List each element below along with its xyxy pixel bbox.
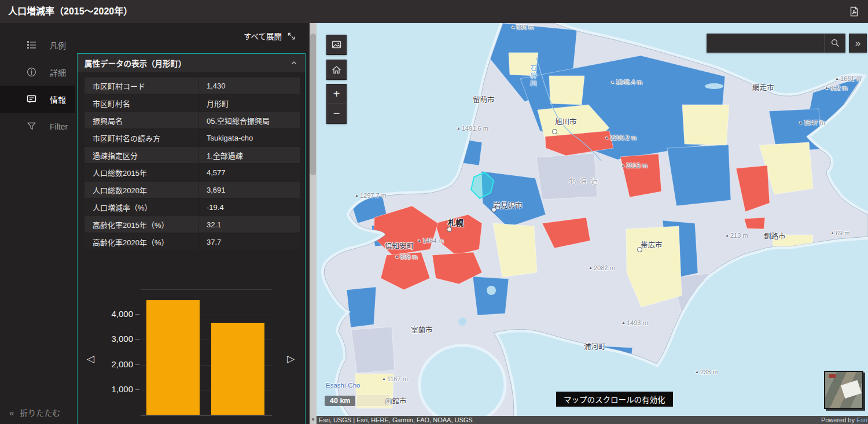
map-city-label: 留萌市 bbox=[473, 94, 495, 105]
attribute-table: 市区町村コード1,430市区町村名月形町振興局名05.空知総合振興局市区町村名の… bbox=[78, 72, 305, 250]
attribute-row: 市区町村名の読み方Tsukigata-cho bbox=[84, 130, 300, 146]
map-elevation-label: ▲2082 m bbox=[589, 264, 615, 271]
panel-scrollbar[interactable]: ▼ bbox=[310, 23, 317, 424]
map-elevation-label: ▲1491.6 m bbox=[457, 125, 488, 132]
map-elevation-label: ▲1547 m bbox=[799, 119, 825, 126]
expand-all-button[interactable]: すべて展開 bbox=[75, 23, 310, 49]
attribution-text: Esri, USGS | Esri, HERE, Garmin, FAO, NO… bbox=[317, 416, 821, 423]
search-input[interactable] bbox=[707, 34, 824, 53]
app-body: 凡例詳細情報Filter «折りたたむ すべて展開 属性データの表示（月形町） … bbox=[0, 23, 868, 424]
chart-next-arrow[interactable]: ▷ bbox=[287, 353, 295, 365]
attribute-value: 1.全部過疎 bbox=[198, 147, 300, 163]
page-title: 人口増減率（2015〜2020年） bbox=[8, 0, 133, 23]
map-city-label: 浦河町 bbox=[584, 341, 606, 352]
attribute-label: 高齢化率2015年（%） bbox=[84, 219, 198, 230]
sidebar-item-1[interactable]: 凡例 bbox=[0, 31, 75, 58]
map-city-label: 旭川市 bbox=[555, 116, 577, 127]
city-marker bbox=[491, 207, 496, 212]
pdf-export-button[interactable] bbox=[846, 3, 862, 20]
attribute-label: 市区町村名 bbox=[84, 98, 198, 109]
filter-icon bbox=[26, 121, 37, 132]
expand-all-label: すべて展開 bbox=[244, 30, 282, 42]
map-city-label: 帯広市 bbox=[641, 239, 663, 250]
sidebar-item-3[interactable]: 情報 bbox=[0, 86, 75, 113]
map-elevation-label: ▲2013 m bbox=[621, 162, 648, 169]
info-panel: すべて展開 属性データの表示（月形町） 市区町村コード1,430市区町村名月形町… bbox=[75, 23, 310, 424]
scale-bar-segment bbox=[356, 394, 390, 407]
thumbnail-detail bbox=[841, 380, 862, 399]
attribute-label: 人口増減率（%） bbox=[84, 202, 198, 213]
attribute-label: 高齢化率2020年（%） bbox=[84, 237, 198, 248]
powered-by: Powered by Esri bbox=[821, 416, 868, 423]
map-search bbox=[707, 34, 845, 53]
attribute-row: 人口総数2020年3,691 bbox=[84, 182, 300, 198]
city-marker bbox=[447, 227, 452, 232]
hokkaido-choropleth-map bbox=[317, 23, 868, 424]
sidebar-item-label: Filter bbox=[50, 122, 68, 131]
population-bar-chart: ◁ ▷ 1,0002,0003,0004,000 bbox=[78, 281, 305, 424]
sidebar-item-label: 詳細 bbox=[50, 67, 66, 78]
widget-expand-button[interactable]: » bbox=[849, 34, 867, 53]
attribute-label: 市区町村名の読み方 bbox=[84, 132, 198, 143]
sidebar-collapse-button[interactable]: «折りたたむ bbox=[9, 407, 60, 418]
summit-marker-icon: ▲ bbox=[382, 377, 386, 381]
search-button[interactable] bbox=[824, 34, 845, 53]
search-icon bbox=[830, 38, 840, 48]
pdf-icon bbox=[848, 6, 860, 17]
map-elevation-label: ▲238 m bbox=[695, 368, 718, 375]
uchiura-bay bbox=[420, 345, 505, 424]
map-elevation-label: ▲898 m bbox=[395, 253, 418, 260]
zoom-control: + − bbox=[326, 84, 347, 124]
map-city-label: 網走市 bbox=[752, 82, 774, 93]
details-icon bbox=[26, 67, 37, 78]
sidebar-item-4[interactable]: Filter bbox=[0, 113, 75, 140]
attribute-row: 市区町村コード1,430 bbox=[84, 78, 300, 94]
esri-link[interactable]: Esri bbox=[856, 416, 867, 423]
attribute-value: 月形町 bbox=[198, 95, 300, 111]
summit-marker-icon: ▲ bbox=[355, 193, 359, 197]
map-river-label: 石狩川 bbox=[528, 65, 538, 87]
map-city-label: 岩見沢市 bbox=[494, 200, 523, 211]
chart-tick bbox=[135, 389, 139, 390]
map-elevation-label: ▲652 m bbox=[825, 84, 848, 91]
map-elevation-label: ▲1297.7 m bbox=[355, 192, 387, 199]
chevron-up-icon bbox=[290, 60, 298, 66]
attribute-card: 属性データの表示（月形町） 市区町村コード1,430市区町村名月形町振興局名05… bbox=[77, 53, 306, 424]
attribute-value: 37.7 bbox=[198, 234, 300, 250]
chart-tick-label: 2,000 bbox=[78, 359, 133, 369]
sidebar-item-label: 凡例 bbox=[50, 39, 66, 51]
attribute-row: 人口総数2015年4,577 bbox=[84, 164, 300, 180]
attribute-card-header[interactable]: 属性データの表示（月形町） bbox=[78, 54, 305, 72]
zoom-out-button[interactable]: − bbox=[327, 104, 346, 123]
summit-marker-icon: ▲ bbox=[395, 255, 399, 259]
sidebar: 凡例詳細情報Filter «折りたたむ bbox=[0, 23, 75, 424]
attribute-row: 高齢化率2020年（%）37.7 bbox=[84, 234, 300, 250]
collapse-label: 折りたたむ bbox=[20, 408, 60, 418]
enable-map-scroll-button[interactable]: マップのスクロールの有効化 bbox=[556, 392, 673, 407]
summit-marker-icon: ▲ bbox=[825, 86, 829, 90]
summit-marker-icon: ▲ bbox=[621, 163, 625, 167]
basemap-gallery-button[interactable] bbox=[326, 35, 347, 55]
sidebar-items: 凡例詳細情報Filter bbox=[0, 23, 75, 140]
summit-marker-icon: ▲ bbox=[457, 126, 461, 130]
chart-bar-1 bbox=[146, 300, 200, 415]
chart-tick bbox=[135, 364, 139, 365]
map-canvas[interactable]: 留萌市旭川市網走市北海道岩見沢市札幌倶知安町帯広市釧路市室蘭市浦河町函館市Esa… bbox=[317, 23, 868, 424]
attribute-value: Tsukigata-cho bbox=[198, 130, 300, 146]
summit-marker-icon: ▲ bbox=[830, 231, 834, 235]
home-button[interactable] bbox=[326, 60, 347, 80]
attribute-card-title: 属性データの表示（月形町） bbox=[84, 57, 186, 69]
summit-marker-icon: ▲ bbox=[695, 370, 699, 374]
sidebar-item-2[interactable]: 詳細 bbox=[0, 58, 75, 86]
map-elevation-label: ▲1167 m bbox=[382, 375, 408, 382]
zoom-in-button[interactable]: + bbox=[327, 84, 346, 104]
scrollbar-down-arrow[interactable]: ▼ bbox=[310, 416, 317, 424]
scrollbar-thumb[interactable] bbox=[310, 34, 316, 175]
lake-saroma bbox=[705, 83, 723, 89]
overview-basemap-thumbnail[interactable] bbox=[824, 371, 863, 409]
summit-marker-icon: ▲ bbox=[417, 238, 421, 242]
map-attribution-bar: Esri, USGS | Esri, HERE, Garmin, FAO, NO… bbox=[317, 416, 868, 424]
map-city-label: 室蘭市 bbox=[411, 324, 433, 335]
attribute-value: 05.空知総合振興局 bbox=[198, 112, 300, 128]
summit-marker-icon: ▲ bbox=[799, 120, 803, 124]
